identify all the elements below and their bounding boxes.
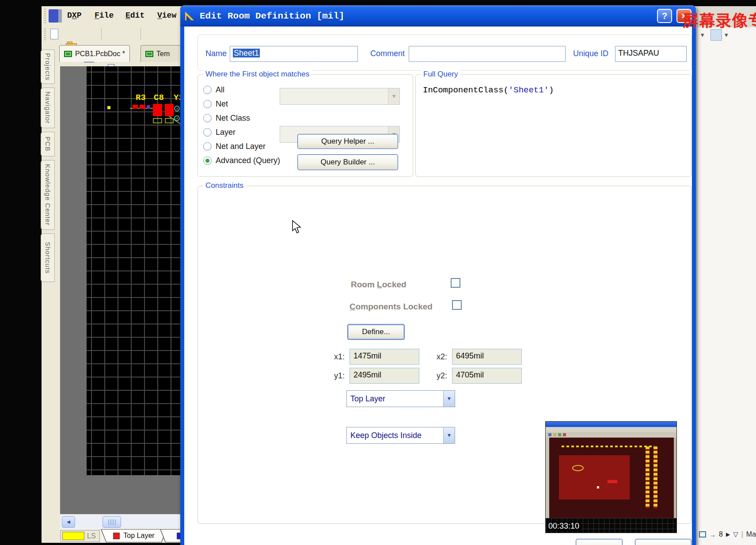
scrollbar-thumb[interactable] [103, 516, 121, 528]
define-button[interactable]: Define... [347, 324, 405, 340]
pcb-grid[interactable]: R3 C8 Y1 [87, 66, 181, 475]
toolbar-separator [141, 28, 141, 40]
layer-set-label: LS [87, 532, 96, 540]
menu-dxp[interactable]: DXP [67, 11, 81, 20]
pcb-via [174, 106, 180, 111]
mini-titlebar [546, 422, 676, 427]
mouse-cursor [292, 220, 302, 234]
cancel-button-partial[interactable] [635, 539, 691, 545]
mini-cursor-dot [597, 486, 599, 488]
scroll-left-icon: ◄ [66, 518, 72, 525]
menubar-grip[interactable] [44, 9, 46, 23]
right-panel: ▾ ▾ → 8 ▶ ▽ | Ma [697, 6, 756, 545]
horizontal-scrollbar[interactable]: ◄ [60, 514, 181, 529]
comment-input[interactable] [409, 46, 566, 62]
query-helper-button[interactable]: Query Helper ... [297, 134, 398, 149]
layer-tab-top-layer[interactable]: Top Layer [101, 529, 167, 542]
pcb-doc-icon [64, 51, 72, 57]
mini-menubar [546, 427, 676, 432]
bottom-edge-strip [0, 543, 181, 545]
ok-button-partial[interactable] [576, 539, 623, 545]
component-designator[interactable]: R3 [136, 93, 146, 103]
pcb-pad [140, 105, 145, 109]
pcb-editor-canvas[interactable]: R3 C8 Y1 [60, 66, 181, 514]
new-document-icon[interactable] [49, 28, 61, 40]
mini-toolbar [546, 432, 676, 438]
radio-option-all[interactable]: All [203, 85, 224, 95]
pcb-courtyard [165, 118, 174, 123]
dialog-titlebar[interactable]: Edit Room Definition [mil] ? × [180, 5, 696, 27]
menu-file[interactable]: File [95, 11, 114, 20]
sidebar-tab-knowledge-center[interactable]: Knowledge Center [41, 160, 55, 230]
menu-view[interactable]: View [157, 11, 176, 20]
pcb-pad [165, 104, 174, 116]
radio-icon [203, 142, 212, 151]
dxp-logo-icon [49, 9, 62, 23]
y1-field[interactable]: 2495mil [350, 368, 419, 384]
sidebar-tab-pcb[interactable]: PCB [41, 132, 55, 156]
sidebar-tab-projects[interactable]: Projects [41, 50, 55, 84]
x1-field[interactable]: 1475mil [350, 349, 419, 365]
doc-tab-pcb1[interactable]: PCB1.PcbDoc * [59, 45, 130, 62]
status-counter[interactable]: 8 [719, 530, 723, 538]
status-separator: | [741, 530, 743, 538]
toolbar-dropdown-chevron-icon[interactable]: ▾ [701, 31, 704, 39]
radio-option-net[interactable]: Net [203, 99, 228, 109]
name-input[interactable]: Sheet1 [230, 46, 358, 62]
mask-level-label: Ma [746, 530, 756, 538]
screen-recorder-watermark: 屏幕录像专家 [683, 8, 756, 31]
full-query-code: InComponentClass('Sheet1') [423, 85, 554, 95]
components-locked-label: Components Locked [350, 302, 433, 312]
radio-icon [203, 100, 212, 108]
x2-field[interactable]: 6495mil [452, 349, 522, 365]
doc-tab-label: PCB1.PcbDoc * [75, 50, 125, 58]
constraints-title: Constraints [203, 181, 246, 190]
net-combo[interactable]: ▾ [280, 88, 400, 105]
full-query-title: Full Query [421, 70, 460, 79]
name-value: Sheet1 [233, 49, 260, 57]
dock-arrow-icon[interactable]: → [709, 531, 716, 538]
panel-window-icon[interactable] [699, 531, 706, 537]
query-string-literal: 'Sheet1' [509, 85, 549, 95]
sidebar-tab-shortcuts[interactable]: Shortcuts [41, 233, 55, 282]
sidebar-tab-navigator[interactable]: Navigator [41, 88, 55, 128]
y2-field[interactable]: 4705mil [452, 368, 522, 384]
query-builder-button[interactable]: Query Builder ... [297, 154, 398, 170]
unique-id-input[interactable]: THJSAPAU [615, 46, 687, 62]
help-button[interactable]: ? [657, 9, 672, 23]
layer-set-box[interactable]: LS [60, 530, 100, 542]
chevron-down-icon: ▾ [443, 427, 455, 443]
screen: DXP File Edit View PCB1.PcbDoc * Tem Pro [0, 0, 756, 545]
x2-label: x2: [437, 352, 447, 362]
layer-dropdown[interactable]: Top Layer ▾ [346, 390, 455, 407]
mini-pcb-canvas [546, 438, 676, 518]
radio-icon [203, 128, 212, 137]
layer-dropdown-value: Top Layer [347, 394, 443, 404]
filter-icon[interactable]: ▽ [733, 530, 738, 538]
radio-option-net-and-layer[interactable]: Net and Layer [203, 142, 266, 151]
component-designator[interactable]: C8 [154, 93, 164, 103]
toolbar-dropdown-chevron-icon[interactable]: ▾ [725, 31, 728, 39]
name-label: Name [205, 49, 227, 58]
radio-option-layer[interactable]: Layer [203, 128, 236, 137]
room-locked-checkbox[interactable] [451, 278, 460, 288]
radio-option-net-class[interactable]: Net Class [203, 114, 250, 123]
mini-bottom-strip: 00:33:10 [546, 518, 676, 533]
containment-dropdown-value: Keep Objects Inside [347, 431, 443, 440]
components-locked-checkbox[interactable] [452, 300, 462, 310]
play-icon[interactable]: ▶ [726, 531, 730, 537]
pcb-doc-icon [145, 51, 153, 57]
toolbar-grip[interactable] [44, 28, 46, 41]
pcb-pad [147, 105, 150, 109]
radio-option-advanced-query[interactable]: Advanced (Query) [203, 156, 280, 165]
menu-edit[interactable]: Edit [125, 11, 144, 20]
chevron-down-icon: ▾ [388, 88, 399, 104]
left-edge-strip [0, 0, 42, 545]
y1-label: y1: [334, 371, 345, 381]
layer-tab-label: Top Layer [123, 532, 154, 540]
full-query-group: Full Query InComponentClass('Sheet1') [415, 74, 691, 177]
containment-dropdown[interactable]: Keep Objects Inside ▾ [346, 427, 455, 444]
scroll-left-button[interactable]: ◄ [62, 516, 75, 528]
toolbar-separator [101, 28, 102, 40]
comment-label: Comment [370, 49, 405, 58]
